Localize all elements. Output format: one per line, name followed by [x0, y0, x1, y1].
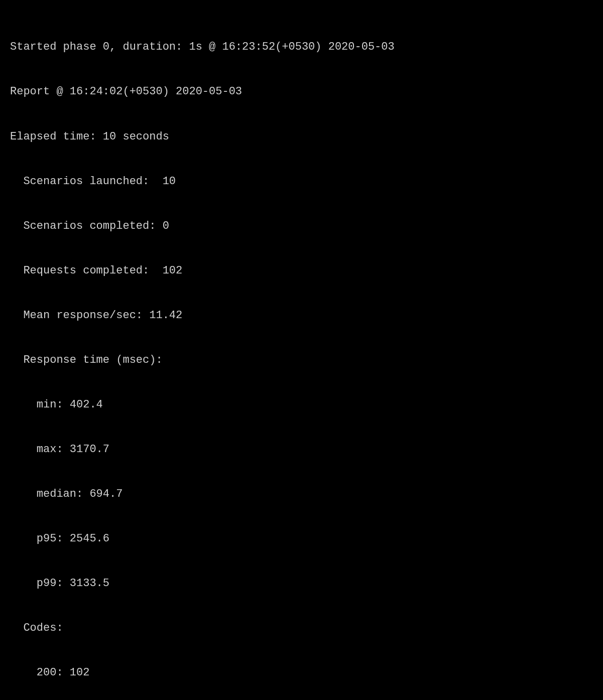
report1-codes-header: Codes:	[10, 621, 593, 636]
report1-header: Report @ 16:24:02(+0530) 2020-05-03	[10, 84, 593, 99]
phase-start-line: Started phase 0, duration: 1s @ 16:23:52…	[10, 40, 593, 55]
report1-min: min: 402.4	[10, 397, 593, 412]
report1-requests-completed: Requests completed: 102	[10, 263, 593, 278]
report1-elapsed: Elapsed time: 10 seconds	[10, 129, 593, 145]
report1-scenarios-launched: Scenarios launched: 10	[10, 174, 593, 189]
report1-response-time-header: Response time (msec):	[10, 353, 593, 368]
report1-mean-response: Mean response/sec: 11.42	[10, 308, 593, 323]
report1-p99: p99: 3133.5	[10, 576, 593, 591]
report1-max: max: 3170.7	[10, 442, 593, 457]
terminal-output: Started phase 0, duration: 1s @ 16:23:52…	[10, 10, 593, 700]
report1-p95: p95: 2545.6	[10, 531, 593, 546]
report1-code-200: 200: 102	[10, 665, 593, 680]
report1-scenarios-completed: Scenarios completed: 0	[10, 219, 593, 234]
report1-median: median: 694.7	[10, 487, 593, 502]
